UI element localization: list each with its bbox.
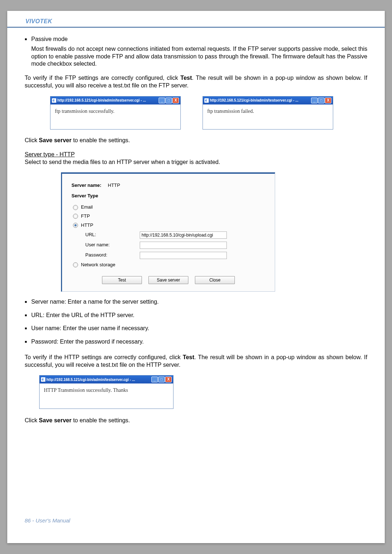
close-config-button[interactable]: Close bbox=[195, 276, 235, 284]
http-popup-container: http://192.168.5.121/cgi-bin/admin/tests… bbox=[39, 375, 367, 409]
server-name-value: HTTP bbox=[108, 182, 120, 189]
http-verify-text: To verify if the HTTP settings are corre… bbox=[25, 354, 367, 369]
password-label: Password: bbox=[85, 252, 140, 258]
http-verify-pre: To verify if the HTTP settings are corre… bbox=[25, 354, 183, 360]
window-buttons: _ □ X bbox=[151, 377, 172, 382]
radio-network-storage[interactable] bbox=[73, 262, 78, 267]
popup-body: ftp transmission failed. bbox=[203, 104, 333, 129]
ie-icon bbox=[41, 377, 45, 382]
radio-email[interactable] bbox=[73, 205, 78, 210]
window-buttons: _ □ X bbox=[311, 98, 331, 103]
page-content: Passive mode Most firewalls do not accep… bbox=[7, 28, 385, 424]
popup-titlebar: http://192.168.5.121/cgi-bin/admin/tests… bbox=[50, 97, 180, 104]
popup-titlebar: http://192.168.5.121/cgi-bin/admin/tests… bbox=[40, 376, 173, 383]
maximize-button[interactable]: □ bbox=[318, 98, 324, 103]
http-section-title: Server type - HTTP bbox=[25, 151, 367, 159]
minimize-button[interactable]: _ bbox=[311, 98, 318, 103]
save-word: Save server bbox=[39, 137, 72, 143]
save-pre: Click bbox=[25, 137, 39, 143]
maximize-button[interactable]: □ bbox=[158, 377, 165, 382]
bullet-user: User name: Enter the user name if necess… bbox=[25, 325, 367, 332]
close-button[interactable]: X bbox=[172, 98, 179, 103]
radio-ns-row[interactable]: Network storage bbox=[73, 262, 265, 268]
bullet-server-name: Server name: Enter a name for the server… bbox=[25, 298, 367, 306]
http-success-popup: http://192.168.5.121/cgi-bin/admin/tests… bbox=[39, 375, 173, 409]
save-word: Save server bbox=[39, 417, 72, 423]
save-post: to enable the settings. bbox=[72, 417, 130, 423]
passive-mode-body: Most firewalls do not accept new connect… bbox=[25, 45, 367, 68]
save-server-line-2: Click Save server to enable the settings… bbox=[25, 417, 367, 424]
radio-ns-label: Network storage bbox=[81, 262, 115, 268]
radio-http-row[interactable]: HTTP bbox=[73, 222, 265, 229]
ftp-success-popup: http://192.168.5.121/cgi-bin/admin/tests… bbox=[50, 96, 181, 130]
password-input[interactable] bbox=[140, 252, 227, 259]
bullet-pass: Password: Enter the password if necessar… bbox=[25, 338, 367, 346]
config-button-row: Test Save server Close bbox=[72, 276, 265, 284]
popup-titlebar: http://192.168.5.121/cgi-bin/admin/tests… bbox=[203, 97, 333, 104]
radio-email-label: Email bbox=[81, 204, 93, 210]
radio-email-row[interactable]: Email bbox=[73, 204, 265, 210]
minimize-button[interactable]: _ bbox=[151, 377, 158, 382]
server-type-label: Server Type bbox=[72, 193, 265, 199]
radio-ftp-label: FTP bbox=[81, 213, 90, 219]
http-config-bullets: Server name: Enter a name for the server… bbox=[25, 298, 367, 346]
save-server-button[interactable]: Save server bbox=[148, 276, 188, 284]
http-section-body: Select to send the media files to an HTT… bbox=[25, 159, 367, 166]
ie-icon bbox=[204, 98, 209, 103]
popup-title: http://192.168.5.121/cgi-bin/admin/tests… bbox=[46, 377, 150, 382]
close-button[interactable]: X bbox=[165, 377, 172, 382]
popup-title: http://192.168.5.121/cgi-bin/admin/tests… bbox=[210, 98, 310, 103]
http-verify-word: Test bbox=[183, 354, 195, 360]
http-config-panel: Server name: HTTP Server Type Email FTP … bbox=[61, 172, 275, 291]
ftp-popup-row: http://192.168.5.121/cgi-bin/admin/tests… bbox=[50, 96, 367, 130]
url-input[interactable] bbox=[140, 231, 227, 239]
save-pre: Click bbox=[25, 417, 39, 423]
maximize-button[interactable]: □ bbox=[166, 98, 172, 103]
ftp-fail-popup: http://192.168.5.121/cgi-bin/admin/tests… bbox=[203, 96, 333, 130]
window-buttons: _ □ X bbox=[159, 98, 179, 103]
page-footer: 86 - User's Manual bbox=[25, 517, 70, 524]
popup-body: HTTP Transmission successfully. Thanks bbox=[40, 383, 173, 408]
popup-body: ftp transmission successfully. bbox=[50, 104, 180, 129]
ie-icon bbox=[52, 98, 56, 103]
username-label: User name: bbox=[85, 242, 140, 248]
document-page: VIVOTEK Passive mode Most firewalls do n… bbox=[7, 11, 385, 543]
ftp-verify-pre: To verify if the FTP settings are correc… bbox=[25, 75, 180, 81]
ftp-verify-word: Test bbox=[180, 75, 192, 81]
passive-mode-title: Passive mode bbox=[25, 36, 367, 43]
radio-ftp-row[interactable]: FTP bbox=[73, 213, 265, 219]
radio-ftp[interactable] bbox=[73, 214, 78, 219]
save-server-line-1: Click Save server to enable the settings… bbox=[25, 137, 367, 144]
server-name-label: Server name: bbox=[72, 182, 108, 189]
page-header: VIVOTEK bbox=[7, 11, 385, 28]
minimize-button[interactable]: _ bbox=[159, 98, 165, 103]
popup-title: http://192.168.5.121/cgi-bin/admin/tests… bbox=[57, 98, 158, 103]
save-post: to enable the settings. bbox=[72, 137, 130, 143]
radio-http-label: HTTP bbox=[81, 222, 93, 229]
brand-logo: VIVOTEK bbox=[7, 18, 385, 25]
url-label: URL: bbox=[85, 232, 140, 238]
close-button[interactable]: X bbox=[325, 98, 331, 103]
radio-http[interactable] bbox=[73, 223, 78, 228]
bullet-url: URL: Enter the URL of the HTTP server. bbox=[25, 312, 367, 319]
test-button[interactable]: Test bbox=[102, 276, 142, 284]
ftp-verify-text: To verify if the FTP settings are correc… bbox=[25, 74, 367, 90]
username-input[interactable] bbox=[140, 242, 227, 249]
